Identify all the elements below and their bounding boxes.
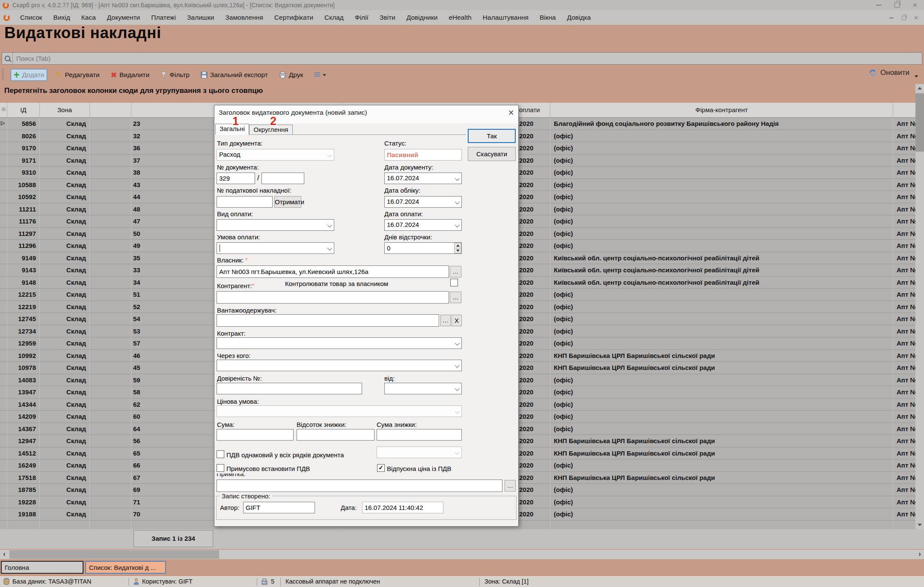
menu-item-4[interactable]: Документи	[107, 14, 140, 21]
search-input[interactable]	[13, 54, 922, 63]
refresh-button[interactable]: Оновити	[869, 69, 909, 77]
menu-item-8[interactable]: Сертифікати	[274, 14, 313, 21]
via-whom-combo[interactable]	[217, 360, 462, 371]
view-list-button[interactable]	[312, 71, 329, 79]
scroll-down-icon[interactable]	[915, 521, 924, 529]
note-browse-button[interactable]: …	[505, 480, 516, 492]
row-selector[interactable]: ▷	[0, 118, 7, 130]
price-term-combo[interactable]	[217, 405, 462, 417]
mdi-close-icon[interactable]: ×	[914, 16, 918, 20]
column-header-id[interactable]: ІД	[7, 103, 40, 118]
from-date-combo[interactable]	[384, 383, 462, 394]
scroll-right-icon[interactable]: ›	[915, 550, 924, 559]
row-selector[interactable]	[0, 459, 7, 472]
row-selector[interactable]	[0, 191, 7, 203]
toolbar-grip[interactable]	[2, 69, 4, 81]
vat-force-checkbox[interactable]	[217, 464, 224, 472]
row-selector[interactable]	[0, 215, 7, 228]
row-selector[interactable]	[0, 313, 7, 325]
row-selector[interactable]	[0, 435, 7, 447]
pay-term-combo[interactable]	[217, 242, 334, 254]
row-selector[interactable]	[0, 447, 7, 460]
row-selector[interactable]	[0, 337, 7, 350]
menu-item-16[interactable]: Довідка	[567, 14, 591, 21]
vat-rate-combo[interactable]	[377, 447, 462, 458]
menu-item-2[interactable]: Вихід	[53, 14, 70, 21]
row-selector[interactable]	[0, 228, 7, 240]
owner-input[interactable]	[217, 265, 449, 278]
column-header-zone[interactable]: Зона	[40, 103, 90, 118]
row-selector[interactable]	[0, 240, 7, 252]
mdi-restore-icon[interactable]	[902, 16, 906, 20]
row-selector[interactable]	[0, 142, 7, 155]
contract-combo[interactable]	[217, 337, 462, 349]
discount-pct-input[interactable]	[297, 429, 374, 441]
row-selector[interactable]	[0, 167, 7, 179]
pay-kind-combo[interactable]	[217, 219, 334, 231]
cancel-button[interactable]: Скасувати	[468, 147, 516, 161]
pay-date-picker[interactable]: 16.07.2024	[384, 219, 462, 231]
menu-item-3[interactable]: Каса	[81, 14, 96, 21]
proxy-input[interactable]	[217, 383, 362, 394]
tab-home[interactable]: Головна	[1, 561, 83, 574]
note-input[interactable]	[217, 480, 502, 492]
row-selector[interactable]	[0, 411, 7, 423]
scroll-up-icon[interactable]	[915, 84, 924, 92]
consignee-clear-button[interactable]: X	[452, 315, 462, 326]
delete-button[interactable]: ✖ Видалити	[108, 69, 152, 81]
tax-no-input[interactable]	[217, 196, 273, 208]
row-selector[interactable]	[0, 252, 7, 265]
consignee-input[interactable]	[217, 314, 439, 327]
horizontal-scrollbar[interactable]: ‹ ›	[0, 550, 924, 559]
row-selector[interactable]	[0, 472, 7, 484]
row-selector[interactable]	[0, 325, 7, 338]
edit-button[interactable]: ✎ Редагувати	[53, 69, 102, 81]
menu-item-11[interactable]: Звіти	[380, 14, 395, 21]
delay-days-input[interactable]	[384, 242, 462, 254]
row-selector[interactable]	[0, 423, 7, 435]
doc-no-input[interactable]	[217, 173, 255, 184]
doc-no-suffix-input[interactable]	[261, 173, 304, 184]
row-selector[interactable]	[0, 386, 7, 399]
menu-item-10[interactable]: Філії	[355, 14, 368, 21]
dialog-close-icon[interactable]: ×	[508, 107, 514, 119]
vat-same-checkbox[interactable]	[217, 450, 224, 458]
column-header-pay[interactable]: оплати	[516, 103, 550, 118]
discount-sum-input[interactable]	[377, 429, 462, 441]
sum-input[interactable]	[217, 429, 294, 441]
menu-item-1[interactable]: Список	[20, 14, 42, 21]
vertical-scrollbar[interactable]	[915, 84, 924, 529]
print-button[interactable]: Друк	[276, 69, 306, 80]
row-selector[interactable]	[0, 496, 7, 509]
restore-icon[interactable]	[894, 3, 900, 8]
minimize-icon[interactable]	[876, 5, 882, 6]
menu-item-5[interactable]: Платежі	[151, 14, 176, 21]
column-header-firm[interactable]: Фірма-контрагент	[550, 103, 893, 118]
filter-button[interactable]: Фільтр	[158, 69, 192, 80]
get-button[interactable]: Отримати	[274, 196, 301, 208]
menu-item-9[interactable]: Склад	[324, 14, 344, 21]
hscroll-thumb[interactable]	[9, 550, 219, 559]
row-selector[interactable]	[0, 301, 7, 313]
menu-item-12[interactable]: Довідники	[407, 14, 438, 21]
doc-type-combo[interactable]: Расход	[217, 149, 334, 161]
row-selector[interactable]	[0, 277, 7, 289]
row-selector[interactable]	[0, 264, 7, 277]
column-header-blank[interactable]	[90, 103, 131, 118]
menu-item-6[interactable]: Залишки	[187, 14, 214, 21]
contractor-browse-button[interactable]: …	[450, 292, 461, 303]
control-by-owner-checkbox[interactable]	[450, 279, 458, 286]
row-selector[interactable]	[0, 155, 7, 167]
contractor-input[interactable]	[217, 291, 449, 304]
row-selector[interactable]	[0, 179, 7, 191]
row-selector[interactable]	[0, 362, 7, 374]
row-selector[interactable]	[0, 399, 7, 411]
row-selector[interactable]	[0, 203, 7, 216]
mdi-minimize-icon[interactable]	[889, 18, 894, 18]
export-button[interactable]: Загальний експорт	[198, 69, 270, 80]
scroll-left-icon[interactable]: ‹	[0, 550, 9, 559]
refresh-chevron-icon[interactable]	[915, 75, 918, 77]
owner-browse-button[interactable]: …	[450, 266, 461, 277]
spin-down-button[interactable]	[454, 248, 461, 253]
vat-price-checkbox[interactable]: ✓	[377, 464, 385, 472]
